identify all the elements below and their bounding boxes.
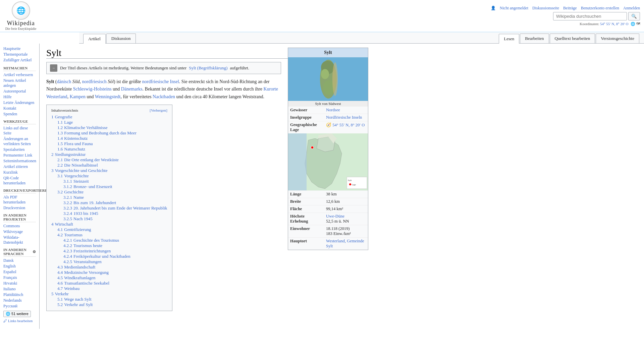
toc-link-1-2[interactable]: 1.2Klimatische Verhältnisse	[57, 125, 108, 130]
sidebar-item-nederlands[interactable]: Nederlands	[3, 298, 22, 303]
sidebar-item-qrcode[interactable]: QR-Code herunterladen	[3, 176, 25, 185]
sidebar-item-autorenportal[interactable]: Autorenportal	[3, 89, 26, 94]
sidebar-item-italiano[interactable]: Italiano	[3, 287, 16, 291]
toc-link-4-2-4[interactable]: 4.2.4Freiköperkultur und Nacktbaden	[63, 254, 130, 259]
toc-link-3-2-3[interactable]: 3.2.320. Jahrhundert bis zum Ende der We…	[63, 205, 167, 210]
sidebar-item-spenden[interactable]: Spenden	[3, 112, 17, 116]
toc-link-4-5[interactable]: 4.5Windkraftanlagen	[57, 275, 96, 280]
coords-link[interactable]: 54° 55′ N, 8° 20′ O	[332, 123, 365, 127]
daenisch-link[interactable]: dänisch	[57, 79, 71, 84]
toc-link-3-2[interactable]: 3.2Geschichte	[57, 189, 84, 194]
toc-link-3-2-1[interactable]: 3.2.1Name	[63, 195, 84, 200]
gear-icon[interactable]: ⚙	[33, 250, 36, 254]
toc-link-3-2-5[interactable]: 3.2.5Nach 1945	[63, 216, 93, 221]
toc-link-2[interactable]: 2Siedlungsstruktur	[51, 152, 86, 157]
sidebar-item-links[interactable]: Links auf diese Seite	[3, 126, 28, 135]
toc-link-4-3[interactable]: 4.3Medienlandschaft	[57, 264, 95, 269]
toc-link-4-2-5[interactable]: 4.2.5Veranstaltungen	[63, 259, 102, 264]
toc-link-4-1[interactable]: 4.1Gentrifizierung	[57, 227, 91, 232]
sidebar-item-commons[interactable]: Commons	[3, 224, 20, 228]
toc-link-4-6[interactable]: 4.6Transatlantische Seekabel	[57, 281, 109, 286]
sidebar-item-espanol[interactable]: Español	[3, 269, 16, 274]
tab-versionsgeschichte[interactable]: Versionsgeschichte	[596, 34, 639, 43]
sidebar-item-artikel-verbessern[interactable]: Artikel verbessern	[3, 72, 33, 77]
toc-link-4-4[interactable]: 4.4Medizinische Versorgung	[57, 270, 109, 275]
toc-link-3-1[interactable]: 3.1Vorgeschichte	[57, 173, 89, 178]
sidebar-item-russisch[interactable]: Русский	[3, 304, 17, 308]
sidebar-item-hilfe[interactable]: Hilfe	[3, 95, 12, 99]
sidebar-item-druckversion[interactable]: Druckversion	[3, 205, 25, 210]
uwe-duene-link[interactable]: Uwe-Düne	[326, 214, 344, 219]
disambiguation-link[interactable]: Sylt (Begriffsklärung)	[189, 65, 227, 70]
sidebar-item-spezialseiten[interactable]: Spezialseiten	[3, 147, 24, 152]
contributions-link[interactable]: Beiträge	[563, 6, 577, 11]
not-logged-link[interactable]: Nicht angemeldet	[500, 6, 528, 11]
weitere-sprachen-button[interactable]: 🌐 51 weitere	[3, 311, 31, 317]
sidebar-item-aenderungen-verlinkten[interactable]: Änderungen an verlinkten Seiten	[3, 136, 31, 146]
sidebar-item-english[interactable]: English	[3, 264, 16, 268]
toc-link-4-2[interactable]: 4.2Tourismus	[57, 232, 83, 237]
toc-link-2-2[interactable]: 2.2Die Nössehalbinsel	[57, 163, 98, 168]
tab-diskussion[interactable]: Diskussion	[106, 34, 136, 43]
discussion-link[interactable]: Diskussionsseite	[532, 6, 559, 11]
tab-artikel[interactable]: Artikel	[83, 34, 106, 44]
sidebar-item-kontakt[interactable]: Kontakt	[3, 106, 16, 111]
tab-lesen[interactable]: Lesen	[499, 34, 519, 44]
toc-link-5-1[interactable]: 5.1Wege nach Sylt	[57, 297, 92, 302]
sidebar-item-themenportale[interactable]: Themenportale	[3, 52, 28, 57]
toc-link-5-2[interactable]: 5.2Verkehr auf Sylt	[57, 302, 93, 307]
daenemarks-link[interactable]: Dänemarks	[121, 86, 143, 92]
sidebar-item-seiteninformationen[interactable]: Seiteninformationen	[3, 159, 36, 163]
toc-link-1-3[interactable]: 1.3Formung und Bedrohung durch das Meer	[57, 130, 137, 135]
sidebar-item-permanenter-link[interactable]: Permanenter Link	[3, 153, 32, 158]
sidebar-item-kurzlink[interactable]: Kurzlink	[3, 170, 18, 175]
toc-link-3-2-2[interactable]: 3.2.2Bis zum 19. Jahrhundert	[63, 200, 116, 205]
toc-link-4-2-3[interactable]: 4.2.3Freizeiteinrichtungen	[63, 248, 111, 253]
toc-link-1-4[interactable]: 1.4Küstenschutz	[57, 136, 88, 141]
create-account-link[interactable]: Benutzerkonto erstellen	[581, 6, 619, 11]
toc-link-1-5[interactable]: 1.5Flora und Fauna	[57, 141, 93, 146]
toc-link-5[interactable]: 5Verkehr	[51, 291, 69, 296]
search-button[interactable]: 🔍	[628, 12, 640, 20]
toc-hide-button[interactable]: [Verbergen]	[150, 108, 167, 112]
kampen-link[interactable]: Kampen	[70, 94, 86, 99]
toc-link-1-6[interactable]: 1.6Naturschutz	[57, 146, 85, 152]
westerland-link[interactable]: Westerland, Gemeinde Sylt	[326, 239, 364, 248]
sidebar-item-plattduutsch[interactable]: Plattdüütsch	[3, 292, 23, 297]
sidebar-item-letzte-aenderungen[interactable]: Letzte Änderungen	[3, 100, 34, 105]
toc-link-3-2-4[interactable]: 3.2.41933 bis 1945	[63, 211, 98, 216]
kurorte-link[interactable]: Kurorte	[263, 86, 278, 92]
nordfriesische-inseln-link[interactable]: Nordfriesische Inseln	[326, 115, 362, 120]
tab-bearbeiten[interactable]: Bearbeiten	[520, 34, 549, 43]
toc-link-2-1[interactable]: 2.1Die Orte entlang der Westküste	[57, 157, 119, 162]
toc-link-4-2-2[interactable]: 4.2.2Tourismus heute	[63, 243, 102, 248]
nordfriesisch-link[interactable]: nordfriesisch	[82, 79, 107, 84]
sidebar-item-wikidata[interactable]: Wikidata-Datenobjekt	[3, 235, 23, 245]
search-input[interactable]	[553, 12, 627, 20]
toc-link-4[interactable]: 4Wirtschaft	[51, 222, 73, 227]
sidebar-item-pdf[interactable]: Als PDF herunterladen	[3, 195, 25, 204]
nordfriesische-insel-link[interactable]: nordfriesische Insel	[142, 79, 179, 84]
logo-area[interactable]: 🌐 Wikipedia Die freie Enzyklopädie	[4, 1, 38, 31]
links-bearbeiten-link[interactable]: 🖊 Links bearbeiten	[3, 319, 33, 323]
tab-quelltext[interactable]: Quelltext bearbeiten	[550, 34, 595, 43]
toc-link-3[interactable]: 3Vorgeschichte und Geschichte	[51, 168, 107, 173]
sidebar-item-zufaellig[interactable]: Zufälliger Artikel	[3, 58, 32, 62]
sidebar-item-neuen-artikel[interactable]: Neuen Artikel anlegen	[3, 78, 26, 88]
nacktbaden-link[interactable]: Nacktbaden	[153, 94, 175, 99]
sidebar-item-wikivoyage[interactable]: Wikivoyage	[3, 229, 23, 234]
sidebar-item-hauptseite[interactable]: Hauptseite	[3, 46, 20, 51]
schleswig-holstein-link[interactable]: Schleswig-Holsteins	[73, 86, 112, 92]
sidebar-item-hrvatski[interactable]: Hrvatski	[3, 281, 17, 286]
toc-link-4-2-1[interactable]: 4.2.1Geschichte des Tourismus	[63, 238, 119, 243]
toc-link-3-1-2[interactable]: 3.1.2Bronze- und Eisenzeit	[63, 184, 112, 189]
sidebar-item-artikel-zitieren[interactable]: Artikel zitieren	[3, 164, 28, 169]
sidebar-item-dansk[interactable]: Dansk	[3, 258, 14, 263]
toc-link-4-7[interactable]: 4.7Weinbau	[57, 286, 79, 291]
login-link[interactable]: Anmelden	[623, 6, 640, 11]
sidebar-item-francais[interactable]: Français	[3, 275, 17, 280]
toc-link-1-1[interactable]: 1.1Lage	[57, 120, 73, 125]
nordsee-link[interactable]: Nordsee	[326, 108, 340, 112]
toc-link-3-1-1[interactable]: 3.1.1Steinzeit	[63, 179, 89, 184]
wenningstedt-link[interactable]: Wenningstedt	[95, 94, 121, 99]
